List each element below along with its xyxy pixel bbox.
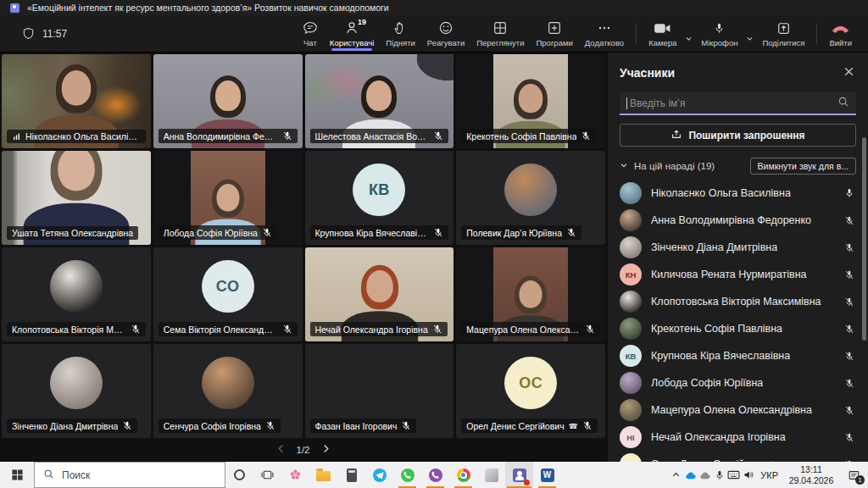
participant-row[interactable]: Зінченко Діана Дмитрівна bbox=[620, 234, 856, 261]
video-tile[interactable]: Лобода Софія Юріївна bbox=[153, 151, 303, 245]
photos-taskbar-icon[interactable] bbox=[477, 462, 505, 488]
video-tile[interactable]: ОСОрел Денис Сергійович☎ bbox=[456, 344, 605, 438]
mic-on-icon[interactable] bbox=[844, 187, 856, 199]
chevron-down-icon[interactable] bbox=[682, 29, 695, 47]
chrome-taskbar-icon[interactable] bbox=[449, 462, 477, 488]
cortana-taskbar-icon[interactable] bbox=[225, 462, 253, 488]
toolbar-chat-button[interactable]: Чат bbox=[297, 15, 324, 53]
word-taskbar-icon[interactable]: W bbox=[533, 462, 561, 488]
mic-off-icon[interactable] bbox=[844, 242, 856, 253]
toolbar-mic-button[interactable]: Мікрофон bbox=[695, 15, 743, 53]
start-button[interactable] bbox=[0, 462, 34, 488]
cloud-icon[interactable] bbox=[698, 462, 712, 488]
tile-name-label: Сема Вікторія Олександрівна bbox=[159, 322, 298, 336]
participant-name: Ушата Тетяна Олександрівна bbox=[12, 228, 133, 238]
taskbar-clock[interactable]: 13:11 29.04.2026 bbox=[783, 464, 839, 485]
mic-off-icon bbox=[131, 324, 141, 335]
section-toggle[interactable]: На цій нараді (19) bbox=[620, 161, 715, 171]
calculator-taskbar-icon[interactable] bbox=[337, 462, 365, 488]
video-tile[interactable]: Нечай Олександра Ігорівна bbox=[305, 247, 454, 341]
mic-off-icon[interactable] bbox=[844, 432, 856, 443]
viber-taskbar-icon[interactable] bbox=[421, 462, 449, 488]
toolbar-raise-button[interactable]: Підняти bbox=[380, 15, 421, 53]
photo-avatar bbox=[202, 357, 254, 409]
participant-row[interactable]: КНКиличова Рената Нурмиратівна bbox=[620, 261, 856, 288]
video-tile[interactable]: СОСема Вікторія Олександрівна bbox=[153, 247, 303, 341]
photo-avatar bbox=[620, 291, 642, 313]
share-icon bbox=[776, 20, 791, 36]
teams-taskbar-icon[interactable] bbox=[505, 462, 533, 488]
page-next-icon[interactable] bbox=[322, 444, 330, 455]
photo-avatar bbox=[620, 399, 642, 421]
participant-name: Орел Денис Сергійович bbox=[466, 421, 564, 431]
video-tile[interactable]: Зінченко Діана Дмитрівна bbox=[2, 344, 151, 438]
tray-chevron-up-icon[interactable] bbox=[669, 462, 683, 488]
video-tile[interactable]: Сенчура Софія Ігорівна bbox=[153, 344, 303, 438]
language-indicator[interactable]: УКР bbox=[755, 470, 783, 480]
search-input[interactable]: Введіть ім’я bbox=[620, 92, 856, 115]
participant-row[interactable]: ОСОрел Денис Сергійович ☎ bbox=[620, 451, 856, 462]
mic-off-icon[interactable] bbox=[844, 269, 856, 280]
meeting-stage: Ніколаєнко Ольга ВасилівнаАнна Володимир… bbox=[0, 53, 868, 462]
participant-name: Клопотовська Вікторія Максимівна bbox=[12, 324, 126, 335]
video-tile[interactable]: Фазан Іван Ігорович bbox=[305, 344, 454, 438]
participant-row[interactable]: Лобода Софія Юріївна bbox=[620, 369, 856, 396]
share-control: Поділитися bbox=[756, 15, 810, 53]
toolbar-view-button[interactable]: Переглянути bbox=[470, 15, 530, 53]
participant-row[interactable]: Мацепура Олена Олександрівна bbox=[620, 396, 856, 424]
volume-icon[interactable] bbox=[741, 462, 755, 488]
toolbar-share-button[interactable]: Поділитися bbox=[756, 15, 810, 53]
telegram-taskbar-icon[interactable] bbox=[365, 462, 393, 488]
participant-row[interactable]: Анна Володимирівна Федоренко bbox=[620, 207, 856, 234]
video-tile[interactable]: Крекотень Софія Павлівна bbox=[456, 54, 605, 148]
video-tile[interactable]: КВКрупнова Кіра Вячеславівна bbox=[305, 151, 454, 245]
toolbar-people-button[interactable]: 19Користувачі bbox=[324, 15, 380, 53]
video-tile[interactable]: Клопотовська Вікторія Максимівна bbox=[2, 247, 151, 341]
search-icon bbox=[43, 469, 54, 482]
video-tile[interactable]: Ушата Тетяна Олександрівна bbox=[2, 151, 151, 245]
participant-row[interactable]: КВКрупнова Кіра Вячеславівна bbox=[620, 342, 856, 369]
mic-off-icon[interactable] bbox=[844, 215, 856, 226]
onedrive-cloud-icon[interactable] bbox=[683, 462, 698, 488]
video-tile[interactable]: Полевик Дар’я Юріївна bbox=[456, 151, 605, 245]
leave-button[interactable]: Вийти bbox=[823, 15, 858, 53]
page-prev-icon[interactable] bbox=[277, 444, 285, 455]
participant-row[interactable]: НІНечай Олександра Ігорівна bbox=[620, 424, 856, 451]
close-icon[interactable] bbox=[842, 64, 856, 82]
participant-row[interactable]: Клопотовська Вікторія Максимівна bbox=[620, 288, 856, 315]
tray-keyboard-icon[interactable] bbox=[726, 462, 741, 488]
toolbar-more-button[interactable]: Додатково bbox=[579, 15, 630, 53]
task-view-taskbar-icon[interactable] bbox=[253, 462, 281, 488]
video-tile[interactable]: Шелестова Анастасія Володимирів... bbox=[305, 54, 454, 148]
file-explorer-taskbar-icon[interactable] bbox=[309, 462, 337, 488]
people-icon: 19 bbox=[344, 20, 359, 36]
share-invite-button[interactable]: Поширити запрошення bbox=[620, 124, 856, 147]
mic-off-icon[interactable] bbox=[844, 378, 856, 389]
tray-microphone-icon[interactable] bbox=[712, 462, 726, 488]
panel-scrollbar[interactable] bbox=[862, 137, 866, 341]
meeting-title: «Емоційний інтелект як ресурс ментальног… bbox=[27, 3, 389, 13]
whatsapp-taskbar-icon[interactable] bbox=[393, 462, 421, 488]
video-tile[interactable]: Ніколаєнко Ольга Василівна bbox=[2, 54, 151, 148]
toolbar-react-button[interactable]: Реагувати bbox=[421, 15, 470, 53]
mic-off-icon[interactable] bbox=[844, 324, 856, 335]
mic-off-icon[interactable] bbox=[844, 405, 856, 416]
tile-name-label: Крупнова Кіра Вячеславівна bbox=[310, 225, 449, 240]
toolbar-apps-button[interactable]: Програми bbox=[531, 15, 579, 53]
mute-all-button[interactable]: Вимкнути звук для в... bbox=[750, 158, 856, 175]
flower-app-taskbar-icon[interactable] bbox=[281, 462, 309, 488]
video-tile[interactable]: Мацепура Олена Олександрівна bbox=[456, 247, 605, 341]
mic-off-icon[interactable] bbox=[844, 351, 856, 362]
taskbar-search-input[interactable]: Поиск bbox=[34, 462, 225, 488]
mic-off-icon[interactable] bbox=[844, 297, 856, 308]
chat-icon bbox=[303, 20, 318, 36]
participant-row[interactable]: Крекотень Софія Павлівна bbox=[620, 315, 856, 342]
participant-row[interactable]: Ніколаєнко Ольга Василівна bbox=[620, 180, 856, 207]
action-center-button[interactable]: 1 bbox=[839, 462, 868, 488]
photo-avatar bbox=[50, 357, 103, 409]
video-tile[interactable]: Анна Володимирівна Федоренко bbox=[153, 54, 303, 148]
tile-name-label: Нечай Олександра Ігорівна bbox=[310, 322, 448, 336]
chevron-down-icon[interactable] bbox=[743, 29, 756, 47]
participant-name: Нечай Олександра Ігорівна bbox=[651, 431, 786, 443]
toolbar-camera-button[interactable]: Камера bbox=[643, 15, 682, 53]
